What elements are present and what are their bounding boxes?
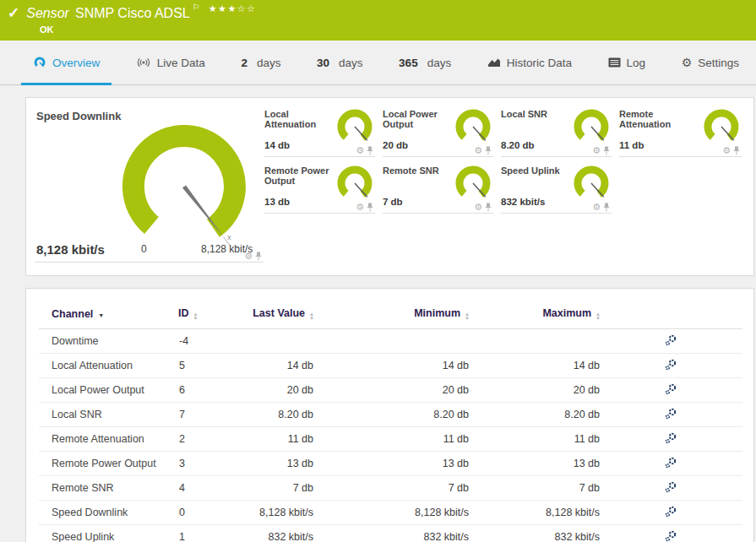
tile-value: 11 db	[619, 140, 644, 150]
tile-title: Remote Attenuation	[619, 109, 690, 129]
column-header-last-value[interactable]: Last Value▲▼	[229, 307, 314, 329]
gauge-needle-marker: x	[227, 233, 231, 241]
channel-name-cell: Speed Downlink	[39, 501, 178, 525]
ok-check-icon: ✓	[8, 4, 19, 22]
pin-icon[interactable]	[367, 146, 373, 155]
column-header-maximum[interactable]: Maximum▲▼	[470, 307, 601, 329]
channel-id-cell: 5	[178, 354, 229, 378]
sensor-header: ✓ Sensor SNMP Cisco ADSL ⚐ ★★★☆☆	[8, 4, 256, 22]
mini-gauge	[701, 109, 742, 149]
column-header-minimum[interactable]: Minimum▲▼	[314, 307, 470, 329]
pin-icon[interactable]	[485, 203, 492, 212]
tile-value: 14 db	[264, 140, 290, 150]
pin-icon[interactable]	[603, 203, 610, 212]
tile-title: Local Attenuation	[264, 109, 335, 129]
gear-icon[interactable]: ⚙	[244, 252, 253, 261]
gear-icon[interactable]: ⚙	[474, 203, 482, 212]
maximum-cell: 14 db	[470, 354, 601, 378]
pin-icon[interactable]	[603, 146, 610, 155]
minimum-cell: 8,128 kbit/s	[314, 501, 470, 525]
gauge-tile-local-attenuation: Local Attenuation 14 db ⚙	[264, 106, 375, 157]
last-value-cell: 832 kbit/s	[229, 525, 314, 542]
last-value-cell: 20 db	[229, 378, 314, 403]
gear-icon[interactable]: ⚙	[356, 146, 364, 155]
maximum-cell: 8,128 kbit/s	[470, 501, 601, 525]
tab-365-days[interactable]: 365 days	[387, 41, 463, 84]
channel-name-cell: Remote Attenuation	[39, 427, 178, 452]
pin-icon[interactable]	[255, 252, 262, 261]
minimum-cell: 832 kbit/s	[314, 525, 470, 542]
pin-icon[interactable]	[485, 146, 492, 155]
column-header-id[interactable]: ID▲▼	[178, 307, 229, 329]
tab-365-days-number: 365	[399, 57, 418, 69]
last-value-cell: 8,128 kbit/s	[229, 501, 314, 525]
gauge-scale-min: 0	[141, 243, 147, 255]
tile-title: Speed Uplink	[501, 165, 572, 176]
tab-2-days[interactable]: 2 days	[229, 41, 292, 84]
gear-icon: ⚙	[682, 57, 693, 68]
tab-log-label: Log	[627, 57, 646, 69]
mini-gauge	[453, 165, 493, 206]
tab-historic-data[interactable]: Historic Data	[476, 41, 584, 84]
channel-settings-gears-icon[interactable]	[665, 334, 677, 346]
gauge-tile-remote-snr: Remote SNR 7 db ⚙	[383, 163, 493, 214]
log-list-icon	[608, 57, 621, 68]
mini-gauge	[334, 165, 375, 206]
minimum-cell: 11 db	[314, 427, 470, 452]
pin-icon[interactable]	[733, 146, 740, 155]
tab-log[interactable]: Log	[596, 41, 658, 84]
channel-settings-gears-icon[interactable]	[665, 481, 677, 493]
gauge-tile-speed-uplink: Speed Uplink 832 kbit/s ⚙	[501, 163, 612, 214]
gauge-tile-local-power-output: Local Power Output 20 db ⚙	[383, 106, 493, 157]
sort-icon: ▲▼	[309, 312, 314, 321]
mini-gauge	[453, 109, 493, 149]
tab-live-data[interactable]: Live Data	[124, 41, 217, 84]
channel-settings-cell	[601, 501, 742, 525]
channel-id-cell: 2	[178, 427, 229, 452]
mini-gauge	[334, 109, 375, 149]
gear-icon[interactable]: ⚙	[474, 146, 482, 155]
table-row: Local SNR78.20 db8.20 db8.20 db	[39, 403, 742, 427]
maximum-cell: 13 db	[470, 452, 601, 476]
priority-stars[interactable]: ★★★☆☆	[209, 3, 257, 14]
gauge-tile-remote-power-output: Remote Power Output 13 db ⚙	[264, 163, 375, 214]
tab-30-days[interactable]: 30 days	[305, 41, 375, 84]
channel-settings-gears-icon[interactable]	[665, 530, 677, 542]
table-row: Downtime-4	[39, 329, 742, 354]
gear-icon[interactable]: ⚙	[592, 203, 601, 212]
tab-2-days-label: days	[257, 57, 281, 69]
channel-settings-gears-icon[interactable]	[665, 432, 677, 444]
column-header-channel[interactable]: Channel▼	[39, 307, 178, 329]
tab-2-days-number: 2	[241, 57, 247, 69]
primary-gauge-tile: Speed Downlink x 0 8,128 kbit/s 8,128 kb…	[35, 105, 264, 263]
status-badge: OK	[40, 24, 54, 35]
channel-name-cell: Remote SNR	[39, 476, 178, 501]
channel-settings-gears-icon[interactable]	[665, 383, 677, 395]
pin-icon[interactable]	[367, 203, 373, 212]
gear-icon[interactable]: ⚙	[356, 203, 364, 212]
speed-downlink-gauge	[104, 117, 264, 252]
tab-settings[interactable]: ⚙ Settings	[670, 41, 751, 84]
channel-id-cell: 4	[178, 476, 229, 501]
channel-settings-cell	[601, 525, 742, 542]
tab-overview[interactable]: Overview	[21, 41, 111, 84]
tile-value: 8.20 db	[501, 140, 535, 150]
channel-settings-gears-icon[interactable]	[665, 506, 677, 518]
channel-settings-gears-icon[interactable]	[665, 359, 677, 371]
tab-settings-label: Settings	[698, 57, 739, 69]
flag-icon[interactable]: ⚐	[193, 3, 200, 12]
table-row: Remote SNR47 db7 db7 db	[39, 476, 742, 501]
sort-desc-icon: ▼	[98, 312, 104, 318]
tab-historic-data-label: Historic Data	[507, 57, 572, 69]
tile-value: 20 db	[383, 140, 408, 150]
channel-settings-gears-icon[interactable]	[665, 408, 677, 420]
mini-gauge	[571, 165, 612, 206]
gear-icon[interactable]: ⚙	[722, 146, 731, 155]
maximum-cell: 20 db	[470, 378, 601, 403]
tile-title: Remote SNR	[383, 165, 454, 176]
column-header-id-label: ID	[178, 307, 189, 319]
gear-icon[interactable]: ⚙	[592, 146, 601, 155]
channel-settings-gears-icon[interactable]	[665, 457, 677, 469]
channel-settings-cell	[601, 354, 742, 378]
sort-icon: ▲▼	[193, 312, 199, 321]
